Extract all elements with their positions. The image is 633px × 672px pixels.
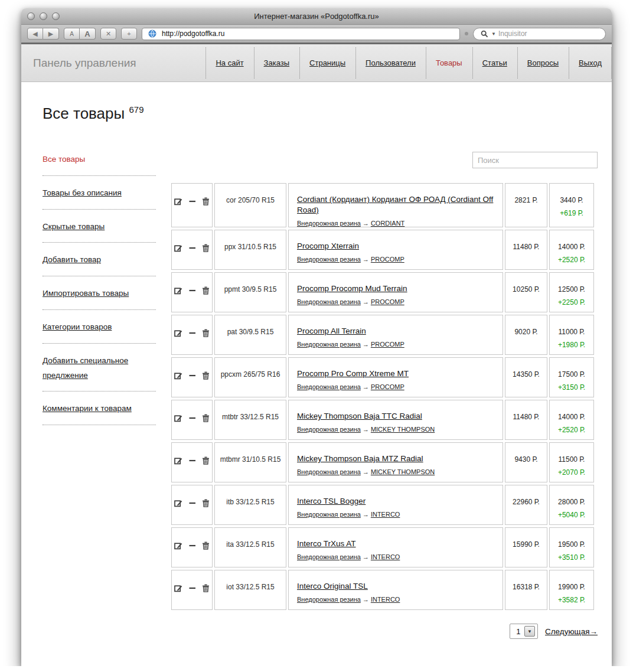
sidebar-item-5[interactable]: Категории товаров xyxy=(43,310,156,344)
hide-icon[interactable] xyxy=(189,456,196,465)
edit-icon[interactable] xyxy=(174,329,182,337)
product-search-input[interactable] xyxy=(472,152,598,168)
sidebar-item-4[interactable]: Импортировать товары xyxy=(43,276,156,310)
brand-link[interactable]: CORDIANT xyxy=(371,220,404,227)
brand-link[interactable]: PROCOMP xyxy=(371,298,404,305)
text-smaller-button[interactable]: A xyxy=(64,28,80,40)
hide-icon[interactable] xyxy=(189,197,196,205)
delete-icon[interactable] xyxy=(202,499,210,507)
category-link[interactable]: Внедорожная резина xyxy=(297,426,361,433)
category-link[interactable]: Внедорожная резина xyxy=(297,383,361,390)
delete-icon[interactable] xyxy=(202,456,210,465)
sidebar-item-0[interactable]: Все товары xyxy=(43,152,156,176)
delete-icon[interactable] xyxy=(202,541,210,550)
nav-item-пользователи[interactable]: Пользователи xyxy=(355,44,426,81)
product-name-link[interactable]: Interco Original TSL xyxy=(297,582,368,591)
sidebar-item-2[interactable]: Скрытые товары xyxy=(43,210,156,243)
address-bar[interactable] xyxy=(142,28,460,40)
delete-icon[interactable] xyxy=(202,414,210,422)
product-name-link[interactable]: Interco TrXus AT xyxy=(297,539,356,548)
forward-button[interactable]: ▶ xyxy=(43,28,59,40)
delete-icon[interactable] xyxy=(202,584,210,592)
delete-icon[interactable] xyxy=(202,197,210,205)
edit-icon[interactable] xyxy=(174,499,182,507)
category-link[interactable]: Внедорожная резина xyxy=(297,596,361,603)
row-actions-cell xyxy=(171,272,213,312)
edit-icon[interactable] xyxy=(174,244,182,252)
product-name-link[interactable]: Procomp All Terrain xyxy=(297,327,366,335)
category-link[interactable]: Внедорожная резина xyxy=(297,341,361,348)
brand-link[interactable]: MICKEY THOMPSON xyxy=(371,426,435,433)
sidebar-item-7[interactable]: Комментарии к товарам xyxy=(43,392,156,425)
browser-search-field[interactable]: ▼ xyxy=(473,28,606,40)
brand-link[interactable]: INTERCO xyxy=(371,553,400,560)
browser-search-input[interactable] xyxy=(498,30,600,38)
hide-icon[interactable] xyxy=(189,414,196,422)
text-bigger-button[interactable]: A xyxy=(80,28,96,40)
product-row: iot 33/12.5 R15 Interco Original TSL Вне… xyxy=(171,570,594,610)
product-row: cor 205/70 R15 Cordiant (Кордиант) Корди… xyxy=(171,183,594,227)
product-name-link[interactable]: Procomp Xterrain xyxy=(297,242,359,250)
hide-icon[interactable] xyxy=(189,286,196,295)
stop-button[interactable]: ✕ xyxy=(100,28,116,40)
edit-icon[interactable] xyxy=(174,286,182,295)
delete-icon[interactable] xyxy=(202,329,210,337)
product-category-line: Внедорожная резина→PROCOMP xyxy=(297,383,497,390)
brand-link[interactable]: INTERCO xyxy=(371,596,400,603)
minimize-window-button[interactable] xyxy=(40,12,47,20)
product-name-link[interactable]: Mickey Thompson Baja TTC Radial xyxy=(297,412,422,420)
zoom-window-button[interactable] xyxy=(52,12,60,20)
chevron-down-icon[interactable]: ▼ xyxy=(524,626,535,637)
category-link[interactable]: Внедорожная резина xyxy=(297,220,361,227)
sidebar-item-6[interactable]: Добавить специальное предлжение xyxy=(43,344,156,392)
brand-link[interactable]: PROCOMP xyxy=(371,383,404,390)
brand-link[interactable]: MICKEY THOMPSON xyxy=(371,468,435,475)
brand-link[interactable]: PROCOMP xyxy=(371,341,404,348)
category-link[interactable]: Внедорожная резина xyxy=(297,553,361,560)
product-name-link[interactable]: Mickey Thompson Baja MTZ Radial xyxy=(297,454,423,463)
nav-item-выход[interactable]: Выход xyxy=(569,44,612,81)
hide-icon[interactable] xyxy=(189,584,196,592)
product-name-link[interactable]: Interco TSL Bogger xyxy=(297,497,366,505)
edit-icon[interactable] xyxy=(174,414,182,422)
category-link[interactable]: Внедорожная резина xyxy=(297,468,361,475)
brand-link[interactable]: PROCOMP xyxy=(371,256,404,263)
edit-icon[interactable] xyxy=(174,541,182,550)
product-name-link[interactable]: Procomp Procomp Mud Terrain xyxy=(297,284,407,293)
search-engine-caret-icon[interactable]: ▼ xyxy=(491,31,496,37)
category-link[interactable]: Внедорожная резина xyxy=(297,298,361,305)
hide-icon[interactable] xyxy=(189,244,196,252)
delete-icon[interactable] xyxy=(202,371,210,380)
url-input[interactable] xyxy=(162,30,455,38)
nav-item-на сайт[interactable]: На сайт xyxy=(205,44,253,81)
edit-icon[interactable] xyxy=(174,584,182,592)
hide-icon[interactable] xyxy=(189,329,196,337)
back-button[interactable]: ◀ xyxy=(27,28,43,40)
brand-link[interactable]: INTERCO xyxy=(371,511,400,518)
page-select[interactable]: 1 ▼ xyxy=(510,624,538,639)
hide-icon[interactable] xyxy=(189,541,196,550)
sidebar-item-1[interactable]: Товары без описания xyxy=(43,176,156,210)
purchase-price-cell: 22960 Р. xyxy=(505,485,547,525)
hide-icon[interactable] xyxy=(189,371,196,380)
category-link[interactable]: Внедорожная резина xyxy=(297,511,361,518)
product-name-link[interactable]: Procomp Pro Comp Xtreme MT xyxy=(297,369,409,378)
add-bookmark-button[interactable]: + xyxy=(121,28,137,40)
nav-item-страницы[interactable]: Страницы xyxy=(299,44,355,81)
edit-icon[interactable] xyxy=(174,371,182,380)
sidebar-item-3[interactable]: Добавить товар xyxy=(43,243,156,276)
hide-icon[interactable] xyxy=(189,499,196,507)
edit-icon[interactable] xyxy=(174,456,182,465)
nav-item-товары[interactable]: Товары xyxy=(426,44,472,81)
close-window-button[interactable] xyxy=(27,12,35,20)
delete-icon[interactable] xyxy=(202,244,210,252)
next-page-link[interactable]: Следующая→ xyxy=(545,627,598,636)
edit-icon[interactable] xyxy=(174,197,182,205)
delete-icon[interactable] xyxy=(202,286,210,295)
row-actions-cell xyxy=(171,183,213,227)
category-link[interactable]: Внедорожная резина xyxy=(297,256,361,263)
nav-item-заказы[interactable]: Заказы xyxy=(254,44,299,81)
nav-item-вопросы[interactable]: Вопросы xyxy=(517,44,569,81)
product-name-link[interactable]: Cordiant (Кордиант) Кордиант ОФ РОАД (Co… xyxy=(297,195,493,214)
nav-item-статьи[interactable]: Статьи xyxy=(472,44,517,81)
